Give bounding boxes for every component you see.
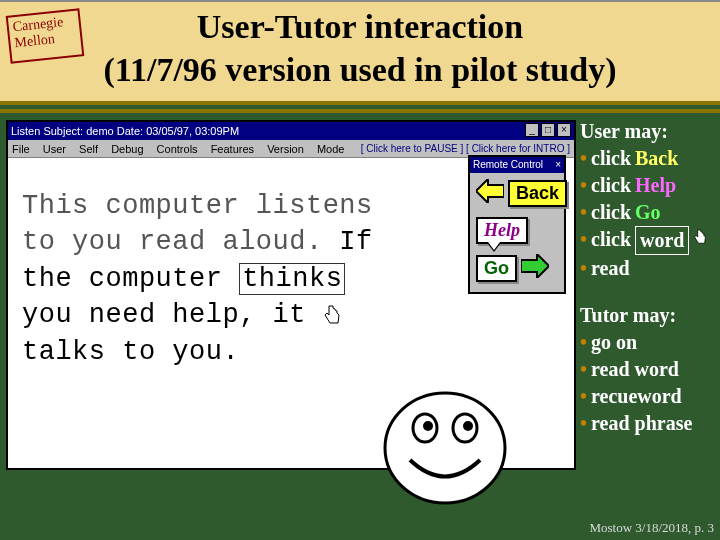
svg-point-6 — [463, 421, 473, 431]
svg-point-4 — [423, 421, 433, 431]
menu-controls[interactable]: Controls — [157, 143, 198, 155]
reading-word-if: If — [339, 227, 372, 257]
back-button[interactable]: Back — [508, 180, 567, 207]
smiley-face-icon — [380, 388, 510, 508]
go-button[interactable]: Go — [476, 255, 517, 282]
menu-features[interactable]: Features — [211, 143, 254, 155]
menu-user[interactable]: User — [43, 143, 66, 155]
remote-title-text: Remote Control — [473, 157, 543, 173]
cursor-hand-icon-small — [693, 226, 707, 255]
reading-text[interactable]: This computer listens to you read aloud.… — [22, 188, 452, 370]
titlebar-text: Listen Subject: demo Date: 03/05/97, 03:… — [11, 122, 239, 140]
arrow-right-icon — [521, 254, 549, 282]
reading-frag-5: talks to you. — [22, 337, 239, 367]
bullet-click-back: •clickBack — [580, 145, 720, 172]
remote-help-row: Help — [476, 217, 558, 244]
tutor-may-heading: Tutor may: — [580, 302, 720, 329]
svg-marker-1 — [521, 254, 549, 278]
right-column: User may: •clickBack •clickHelp •clickGo… — [580, 118, 720, 437]
bullet-read: •read — [580, 255, 720, 282]
menu-file[interactable]: File — [12, 143, 30, 155]
svg-point-2 — [385, 393, 505, 503]
menu-debug[interactable]: Debug — [111, 143, 143, 155]
reading-frag-1: This computer listens — [22, 191, 373, 221]
bullet-click-help: •clickHelp — [580, 172, 720, 199]
slide-header: Carnegie Mellon User-Tutor interaction (… — [0, 0, 720, 105]
remote-titlebar: Remote Control × — [470, 157, 564, 173]
slide-footer: Mostow 3/18/2018, p. 3 — [589, 521, 714, 534]
window-titlebar: Listen Subject: demo Date: 03/05/97, 03:… — [8, 122, 574, 140]
title-line1: User-Tutor interaction — [197, 8, 523, 45]
menu-version[interactable]: Version — [267, 143, 304, 155]
title-line2: (11/7/96 version used in pilot study) — [104, 51, 617, 88]
menu-self[interactable]: Self — [79, 143, 98, 155]
menu-mode[interactable]: Mode — [317, 143, 345, 155]
bullet-read-phrase: •read phrase — [580, 410, 720, 437]
remote-body: Back Help Go — [470, 173, 564, 292]
maximize-button[interactable]: □ — [541, 123, 555, 137]
minimize-button[interactable]: _ — [525, 123, 539, 137]
bullet-recue-word: •recueword — [580, 383, 720, 410]
slide-title: User-Tutor interaction (11/7/96 version … — [0, 6, 720, 91]
pause-link[interactable]: [ Click here to PAUSE ] — [361, 143, 464, 154]
window-buttons: _ □ × — [525, 122, 571, 140]
bullet-go-on: •go on — [580, 329, 720, 356]
intro-link[interactable]: [ Click here for INTRO ] — [466, 143, 570, 154]
svg-marker-0 — [476, 179, 504, 203]
menubar-left: File User Self Debug Controls Features V… — [12, 140, 354, 157]
reading-frag-4: you need help, it — [22, 300, 306, 330]
remote-back-row: Back — [476, 179, 558, 207]
reading-frag-2: to you read aloud. — [22, 227, 323, 257]
help-button[interactable]: Help — [476, 217, 528, 244]
bullet-click-word: •clickword — [580, 226, 720, 255]
bullet-read-word: •read word — [580, 356, 720, 383]
remote-close-icon[interactable]: × — [555, 157, 561, 173]
reading-frag-3: the computer — [22, 264, 222, 294]
close-button[interactable]: × — [557, 123, 571, 137]
bullet-click-go: •clickGo — [580, 199, 720, 226]
tutor-may-block: Tutor may: •go on •read word •recueword … — [580, 302, 720, 437]
user-may-heading: User may: — [580, 118, 720, 145]
arrow-left-icon — [476, 179, 504, 207]
reading-thinks-highlighted[interactable]: thinks — [239, 263, 345, 295]
remote-go-row: Go — [476, 254, 558, 282]
cursor-hand-icon — [323, 304, 341, 326]
remote-control-panel: Remote Control × Back Help Go — [468, 155, 566, 294]
